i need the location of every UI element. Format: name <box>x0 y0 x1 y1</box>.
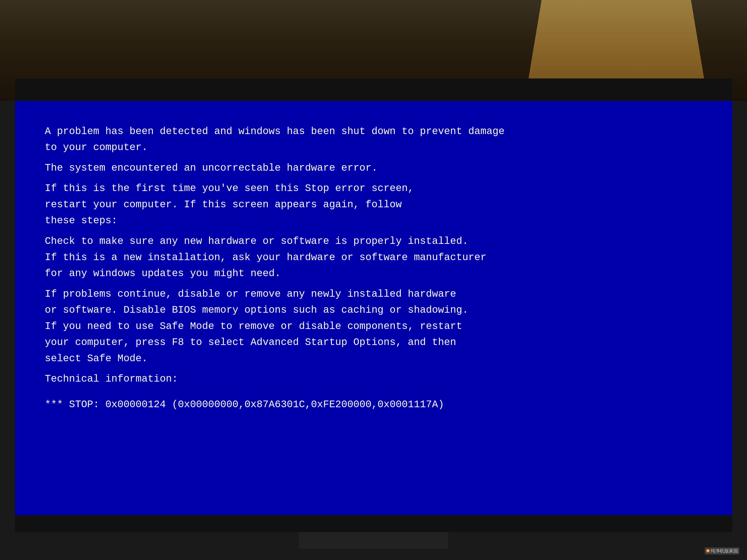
bsod-para1-line3: these steps: <box>45 215 118 226</box>
bsod-para1-line1: If this is the first time you've seen th… <box>45 183 414 194</box>
bsod-para3-line3: If you need to use Safe Mode to remove o… <box>45 320 462 332</box>
bsod-para2-line3: for any windows updates you might need. <box>45 268 281 279</box>
bsod-para3-line1: If problems continue, disable or remove … <box>45 288 456 300</box>
bsod-para3-line2: or software. Disable BIOS memory options… <box>45 304 468 316</box>
bsod-para3-line4: your computer, press F8 to select Advanc… <box>45 337 456 348</box>
bsod-tech-header: Technical information: <box>45 373 178 384</box>
bsod-check-hardware-para: Check to make sure any new hardware or s… <box>45 233 702 282</box>
bsod-stop-code-section: *** STOP: 0x00000124 (0x00000000,0x87A63… <box>45 396 702 413</box>
monitor-top-bezel <box>15 78 732 101</box>
monitor-bottom-bezel <box>15 515 732 532</box>
bsod-para2-line2: If this is a new installation, ask your … <box>45 251 487 263</box>
watermark-icon: 净 <box>706 549 710 553</box>
watermark: 净 纯净机版家园 <box>705 548 740 555</box>
bsod-stop-code: *** STOP: 0x00000124 (0x00000000,0x87A63… <box>45 399 444 410</box>
watermark-text: 纯净机版家园 <box>711 548 738 554</box>
monitor-stand <box>299 532 448 549</box>
bsod-para1-line2: restart your computer. If this screen ap… <box>45 199 402 210</box>
bsod-problems-continue-para: If problems continue, disable or remove … <box>45 286 702 367</box>
bsod-line-1: A problem has been detected and windows … <box>45 126 505 137</box>
bsod-tech-section: Technical information: <box>45 371 702 387</box>
bsod-first-time-para: If this is the first time you've seen th… <box>45 180 702 229</box>
bsod-line-2: to your computer. <box>45 141 148 153</box>
bsod-para3-line5: select Safe Mode. <box>45 353 148 364</box>
bsod-line-3: The system encountered an uncorrectable … <box>45 162 378 174</box>
bsod-intro-paragraph: A problem has been detected and windows … <box>45 123 702 156</box>
bsod-para2-line1: Check to make sure any new hardware or s… <box>45 235 468 247</box>
bsod-hardware-error: The system encountered an uncorrectable … <box>45 160 702 176</box>
photo-frame: A problem has been detected and windows … <box>0 0 747 560</box>
bsod-screen: A problem has been detected and windows … <box>15 101 732 515</box>
